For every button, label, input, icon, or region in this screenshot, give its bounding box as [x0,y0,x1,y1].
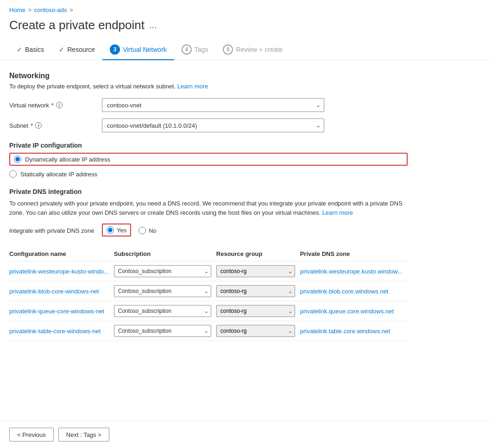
dns-subscription-select-1[interactable]: Contoso_subscription [114,285,211,297]
dns-zone-3: privatelink.table.core.windows.net [300,321,408,341]
subnet-required: * [31,122,33,129]
col-config-name: Configuration name [9,247,114,261]
main-content: Networking To deploy the private endpoin… [0,61,417,350]
col-subscription: Subscription [114,247,216,261]
virtual-network-row: Virtual network * i contoso-vnet ⌄ [9,98,408,112]
static-ip-text: Statically allocate IP address [20,171,97,178]
subnet-row: Subnet * i contoso-vnet/default (10.1.0.… [9,118,408,132]
private-ip-radio-group: Dynamically allocate IP address Statical… [9,153,408,178]
tab-tags-label: Tags [195,46,208,53]
dynamic-ip-label[interactable]: Dynamically allocate IP address [14,156,110,163]
tab-virtual-network-label: Virtual Network [123,46,167,53]
basics-check-icon: ✓ [17,46,22,53]
dns-config-name-1: privatelink-blob-core-windows-net [9,281,114,301]
dns-resource-group-1: contoso-rg⌄ [216,281,300,301]
dns-subscription-2: Contoso_subscription⌄ [114,301,216,321]
dns-config-name-2: privatelink-queue-core-windows-net [9,301,114,321]
subnet-select-wrapper: contoso-vnet/default (10.1.0.0/24) ⌄ [102,118,324,132]
dns-table-header-row: Configuration name Subscription Resource… [9,247,408,261]
static-ip-label[interactable]: Statically allocate IP address [9,170,408,178]
subnet-select[interactable]: contoso-vnet/default (10.1.0.0/24) [102,118,324,132]
subnet-info-icon[interactable]: i [35,122,42,129]
static-ip-radio[interactable] [9,170,17,178]
private-ip-title: Private IP configuration [9,142,408,149]
networking-section: Networking To deploy the private endpoin… [9,72,408,132]
dns-table-head: Configuration name Subscription Resource… [9,247,408,261]
breadcrumb-home[interactable]: Home [9,6,25,13]
breadcrumb-sep1: > [28,7,31,13]
dynamic-ip-text: Dynamically allocate IP address [25,156,110,163]
tab-resource-label: Resource [67,46,95,53]
tab-virtual-network-circle: 3 [110,44,120,55]
dynamic-ip-highlighted: Dynamically allocate IP address [9,153,408,166]
virtual-network-select-wrapper: contoso-vnet ⌄ [102,98,324,112]
dns-table: Configuration name Subscription Resource… [9,247,408,341]
dns-zone-1: privatelink.blob.core.windows.net [300,281,408,301]
dns-subscription-select-3[interactable]: Contoso_subscription [114,325,211,337]
dns-config-name-0: privatelink-westeurope-kusto-windo... [9,261,114,281]
integrate-yes-radio[interactable] [107,226,114,234]
page-title-row: Create a private endpoint ... [0,16,491,40]
integrate-radio-group: Yes No [102,224,157,237]
virtual-network-label: Virtual network * i [9,102,102,109]
private-dns-section: Private DNS integration To connect priva… [9,188,408,341]
col-resource-group: Resource group [216,247,300,261]
integrate-no-radio[interactable] [138,227,146,234]
tab-basics-label: Basics [25,46,44,53]
dns-rg-select-2[interactable]: contoso-rg [216,305,295,317]
dns-resource-group-3: contoso-rg⌄ [216,321,300,341]
dns-rg-select-0[interactable]: contoso-rg [216,265,295,277]
breadcrumb-contoso[interactable]: contoso-adx [34,6,67,13]
dns-config-name-3: privatelink-table-core-windows-net [9,321,114,341]
tab-review-create-label: Review + create [236,46,283,53]
networking-desc: To deploy the private endpoint, select a… [9,83,408,90]
breadcrumb: Home > contoso-adx > [0,0,491,16]
col-dns-zone: Private DNS zone [300,247,408,261]
integrate-yes-label[interactable]: Yes [107,226,126,234]
dynamic-ip-radio[interactable] [14,156,21,163]
dns-subscription-0: Contoso_subscription⌄ [114,261,216,281]
dns-zone-2: privatelink.queue.core.windows.net [300,301,408,321]
page-title: Create a private endpoint [9,18,145,32]
tab-resource[interactable]: ✓ Resource [51,41,102,59]
integrate-no-text: No [149,227,157,234]
breadcrumb-sep2: > [70,7,73,13]
dns-resource-group-2: contoso-rg⌄ [216,301,300,321]
dns-rg-select-1[interactable]: contoso-rg [216,285,295,297]
integrate-yes-text: Yes [117,227,126,234]
dns-subscription-select-0[interactable]: Contoso_subscription [114,265,211,277]
virtual-network-info-icon[interactable]: i [56,102,63,108]
dns-table-row: privatelink-westeurope-kusto-windo...Con… [9,261,408,281]
dns-subscription-select-2[interactable]: Contoso_subscription [114,305,211,317]
tab-review-create-circle: 5 [223,44,233,55]
integrate-no-label[interactable]: No [138,227,157,234]
subnet-label: Subnet * i [9,122,102,129]
tab-basics[interactable]: ✓ Basics [9,41,51,59]
dns-learn-more[interactable]: Learn more [322,209,353,216]
dns-table-body: privatelink-westeurope-kusto-windo...Con… [9,261,408,341]
dns-table-row: privatelink-queue-core-windows-netContos… [9,301,408,321]
integrate-label: Integrate with private DNS zone [9,227,102,234]
integrate-yes-highlighted: Yes [102,224,131,236]
dns-zone-0: privatelink.westeurope.kusto.window... [300,261,408,281]
tab-tags-circle: 4 [182,44,192,55]
dns-resource-group-0: contoso-rg⌄ [216,261,300,281]
dns-table-row: privatelink-blob-core-windows-netContoso… [9,281,408,301]
tab-review-create: 5 Review + create [215,40,290,60]
networking-title: Networking [9,72,408,80]
private-dns-desc: To connect privately with your private e… [9,199,408,217]
dns-subscription-3: Contoso_subscription⌄ [114,321,216,341]
networking-learn-more[interactable]: Learn more [177,83,208,90]
private-dns-title: Private DNS integration [9,188,408,195]
virtual-network-select[interactable]: contoso-vnet [102,98,324,112]
page-title-more-icon[interactable]: ... [149,20,157,31]
dns-subscription-1: Contoso_subscription⌄ [114,281,216,301]
dns-table-row: privatelink-table-core-windows-netContos… [9,321,408,341]
wizard-tabs: ✓ Basics ✓ Resource 3 Virtual Network 4 … [0,40,491,61]
private-ip-section: Private IP configuration Dynamically all… [9,142,408,178]
dns-rg-select-3[interactable]: contoso-rg [216,325,295,337]
virtual-network-required: * [51,102,54,109]
tab-virtual-network[interactable]: 3 Virtual Network [102,40,174,60]
tab-tags: 4 Tags [174,40,216,60]
integrate-row: Integrate with private DNS zone Yes No [9,224,408,237]
